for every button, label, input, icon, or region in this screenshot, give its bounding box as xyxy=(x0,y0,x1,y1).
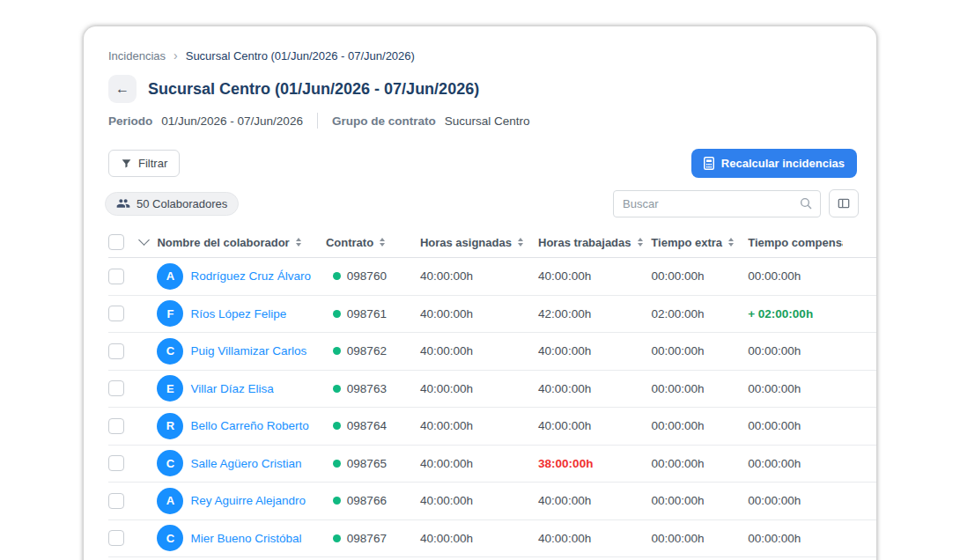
cell-extra-time: 00:00:00h xyxy=(651,494,748,507)
collaborator-name-link[interactable]: Rey Aguirre Alejandro xyxy=(190,494,306,507)
avatar: C xyxy=(157,525,183,551)
table-row: E Villar Díaz Elisa 098763 40:00:00h 40:… xyxy=(108,371,876,409)
contract-number: 098766 xyxy=(347,494,387,507)
cell-worked-hours: 40:00:00h xyxy=(538,269,651,283)
cell-assigned-hours: 40:00:00h xyxy=(420,307,538,321)
filter-icon xyxy=(121,158,132,169)
collaborators-chip[interactable]: 50 Colaboradores xyxy=(105,192,239,216)
contract-group-value: Sucursal Centro xyxy=(445,114,530,128)
cell-worked-hours: 40:00:00h xyxy=(538,382,651,395)
collaborator-name-link[interactable]: Rodríguez Cruz Álvaro xyxy=(190,269,311,283)
back-button[interactable]: ← xyxy=(108,75,137,103)
filter-button[interactable]: Filtrar xyxy=(108,150,180,177)
row-checkbox[interactable] xyxy=(108,306,124,321)
cell-extra-time: 02:00:00h xyxy=(651,307,748,321)
row-checkbox[interactable] xyxy=(108,493,124,509)
people-icon xyxy=(116,196,130,210)
collaborator-name-link[interactable]: Bello Carreño Roberto xyxy=(190,419,308,432)
toolbar-actions: Filtrar Recalcular incidencias xyxy=(108,149,857,178)
avatar: C xyxy=(157,450,183,476)
column-header-worked[interactable]: Horas trabajadas xyxy=(538,236,651,249)
table-header: Nombre del colaborador Contrato Horas as… xyxy=(108,227,876,258)
cell-worked-hours: 38:00:00h xyxy=(538,457,651,470)
breadcrumb: Incidencias › Sucursal Centro (01/Jun/20… xyxy=(108,48,852,63)
avatar: A xyxy=(157,488,183,514)
select-all-checkbox[interactable] xyxy=(108,234,124,250)
column-header-extra[interactable]: Tiempo extra xyxy=(651,236,748,249)
period-label: Periodo xyxy=(108,114,152,128)
table-columns-icon xyxy=(837,196,851,210)
incidents-panel: Incidencias › Sucursal Centro (01/Jun/20… xyxy=(84,26,876,560)
contract-group-label: Grupo de contrato xyxy=(332,114,436,128)
status-dot xyxy=(333,347,341,355)
cell-compensated-time: + 02:00:00h xyxy=(748,307,876,321)
table-controls xyxy=(613,189,859,217)
cell-assigned-hours: 40:00:00h xyxy=(420,269,538,283)
cell-compensated-time: 00:00:00h xyxy=(748,419,876,432)
expand-all-chevron-icon[interactable] xyxy=(138,234,150,246)
recalculate-label: Recalcular incidencias xyxy=(721,157,845,170)
breadcrumb-item-incidencias[interactable]: Incidencias xyxy=(108,49,166,63)
breadcrumb-item-current[interactable]: Sucursal Centro (01/Jun/2026 - 07/Jun/20… xyxy=(186,49,415,63)
search-box xyxy=(613,190,821,217)
contract-number: 098760 xyxy=(347,269,387,283)
column-header-name[interactable]: Nombre del colaborador xyxy=(157,236,326,249)
cell-worked-hours: 40:00:00h xyxy=(538,344,651,357)
sort-icon xyxy=(728,238,734,247)
contract-number: 098762 xyxy=(347,344,387,357)
cell-assigned-hours: 40:00:00h xyxy=(420,457,538,470)
cell-compensated-time: 00:00:00h xyxy=(748,494,876,507)
contract-number: 098767 xyxy=(347,532,387,545)
contract-number: 098763 xyxy=(347,382,387,395)
row-checkbox[interactable] xyxy=(108,343,124,359)
collaborator-name-link[interactable]: Mier Bueno Cristóbal xyxy=(190,532,301,545)
page-title: Sucursal Centro (01/Jun/2026 - 07/Jun/20… xyxy=(148,80,479,99)
row-checkbox[interactable] xyxy=(108,455,124,471)
filter-label: Filtrar xyxy=(138,157,167,170)
collaborator-name-link[interactable]: Villar Díaz Elisa xyxy=(190,382,273,395)
status-dot xyxy=(333,534,341,542)
row-checkbox[interactable] xyxy=(108,380,124,396)
cell-worked-hours: 40:00:00h xyxy=(538,532,651,545)
avatar: A xyxy=(157,263,183,290)
cell-assigned-hours: 40:00:00h xyxy=(420,344,538,357)
cell-extra-time: 00:00:00h xyxy=(651,382,748,395)
search-icon xyxy=(799,196,813,210)
cell-worked-hours: 42:00:00h xyxy=(538,307,651,321)
cell-compensated-time: 00:00:00h xyxy=(748,382,876,395)
cell-compensated-time: 00:00:00h xyxy=(748,344,876,357)
cell-assigned-hours: 40:00:00h xyxy=(420,494,538,507)
period-value: 01/Jun/2026 - 07/Jun/2026 xyxy=(161,114,303,128)
search-input[interactable] xyxy=(613,190,821,217)
status-dot xyxy=(333,422,341,430)
cell-compensated-time: 00:00:00h xyxy=(748,532,876,545)
collaborator-name-link[interactable]: Puig Villamizar Carlos xyxy=(190,344,306,357)
column-settings-button[interactable] xyxy=(829,189,859,217)
status-dot xyxy=(333,460,341,468)
cell-extra-time: 00:00:00h xyxy=(651,457,748,470)
meta-divider xyxy=(317,113,318,129)
column-header-assigned[interactable]: Horas asignadas xyxy=(420,236,538,249)
status-dot xyxy=(333,385,341,393)
contract-number: 098764 xyxy=(347,419,387,432)
collaborator-name-link[interactable]: Salle Agüero Cristian xyxy=(190,457,301,470)
status-dot xyxy=(333,497,341,505)
status-dot xyxy=(333,272,341,280)
column-header-compensated[interactable]: Tiempo compensado xyxy=(748,236,876,249)
cell-compensated-time: 00:00:00h xyxy=(748,457,876,470)
row-checkbox[interactable] xyxy=(108,530,124,546)
collaborator-name-link[interactable]: Ríos López Felipe xyxy=(190,307,286,321)
cell-worked-hours: 40:00:00h xyxy=(538,494,651,507)
table-body: A Rodríguez Cruz Álvaro 098760 40:00:00h… xyxy=(84,258,876,557)
meta-row: Periodo 01/Jun/2026 - 07/Jun/2026 Grupo … xyxy=(108,112,852,129)
sort-icon xyxy=(380,238,385,247)
cell-assigned-hours: 40:00:00h xyxy=(420,532,538,545)
table-row: R Bello Carreño Roberto 098764 40:00:00h… xyxy=(108,408,876,446)
breadcrumb-separator-icon: › xyxy=(174,49,178,62)
row-checkbox[interactable] xyxy=(108,269,124,284)
recalculate-incidents-button[interactable]: Recalcular incidencias xyxy=(691,149,857,178)
sort-icon xyxy=(296,238,301,247)
contract-number: 098761 xyxy=(347,307,387,321)
column-header-contract[interactable]: Contrato xyxy=(326,236,420,249)
row-checkbox[interactable] xyxy=(108,418,124,434)
